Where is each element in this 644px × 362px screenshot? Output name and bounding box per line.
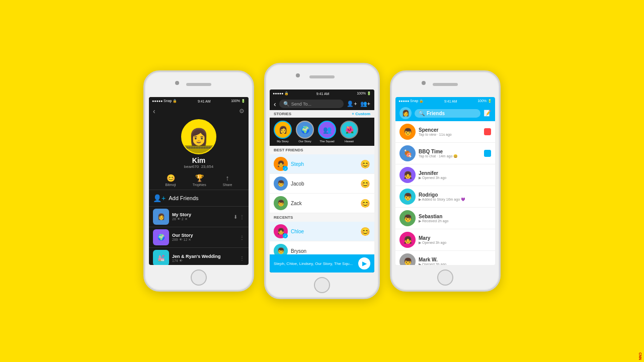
bitmoji-action[interactable]: 😊 Bitmoji: [166, 174, 176, 187]
my-story-avatar: 👩: [274, 121, 292, 139]
my-story-thumb: 👩: [153, 209, 169, 225]
chloe-check: ✓: [283, 233, 288, 238]
status-right-1: 100% 🔋: [231, 99, 246, 103]
send-button[interactable]: ▶: [358, 257, 370, 269]
send-bar: Steph, Chloe, Lindsey, Our Story, The Sq…: [270, 254, 374, 273]
rodrigo-row[interactable]: 👦 Rodrigo ▶ Added to Story 16m ago 💜: [395, 186, 495, 208]
chloe-emoji: 😊: [360, 227, 370, 236]
status-bar-2: ●●●●● 🔒 9:41 AM 100% 🔋: [270, 89, 374, 98]
status-left-2: ●●●●● 🔒: [273, 92, 289, 96]
trophies-action[interactable]: 🏆 Trophies: [193, 174, 206, 187]
phone-2: ●●●●● 🔒 9:41 AM 100% 🔋 ‹ 🔍 Send To... 👤+…: [264, 63, 380, 299]
rodrigo-info: Rodrigo ▶ Added to Story 16m ago 💜: [419, 192, 491, 202]
our-story-item[interactable]: 🌍 Our Story 289 👁 12 ✕ ⋮: [149, 227, 249, 248]
phone-1-camera: [175, 81, 179, 85]
bryson-name: Bryson: [291, 248, 306, 254]
our-story-avatar: 🌍: [296, 121, 314, 139]
our-story-actions: ⋮: [239, 235, 245, 240]
steph-emoji: 😊: [360, 159, 370, 169]
my-story-item[interactable]: 👩 My Story 28 👁 2 ✕ ⬇ ⋮: [149, 207, 249, 227]
our-story-meta: 289 👁 12 ✕: [172, 238, 236, 242]
wedding-story-title: Jen & Ryan's Wedding: [172, 254, 236, 259]
squad-avatar: 👥: [318, 121, 336, 139]
sebastian-row[interactable]: 👦 Sebastian ▶ Received 2h ago: [395, 208, 495, 229]
my-story-title: My Story: [172, 212, 230, 217]
profile-actions: 😊 Bitmoji 🏆 Trophies ↑ Share: [149, 171, 249, 190]
phone-2-screen: ●●●●● 🔒 9:41 AM 100% 🔋 ‹ 🔍 Send To... 👤+…: [270, 89, 374, 273]
send-to-back-icon[interactable]: ‹: [274, 100, 276, 108]
zack-emoji: 😊: [360, 199, 370, 208]
spencer-avatar: 👦: [399, 124, 416, 140]
search-icon: 🔍: [283, 101, 289, 107]
profile-avatar[interactable]: 👩 ⬛⬛⬛⬛⬛⬛⬛⬛⬛⬛⬛⬛: [181, 119, 216, 154]
wedding-story-meta: 174 👁: [172, 259, 236, 262]
hawaii-label: Hawaii: [345, 140, 354, 143]
phone-3-bottom: [391, 265, 499, 290]
rodrigo-meta: ▶ Added to Story 16m ago 💜: [419, 198, 491, 202]
chloe-row[interactable]: 👧 ✓ Chloe 😊: [270, 222, 374, 241]
jennifer-row[interactable]: 👧 Jennifer ▶ Opened 3h ago: [395, 164, 495, 186]
wedding-story-actions: ⋮: [239, 255, 245, 261]
phone-3-notch: [391, 72, 499, 97]
send-to-search[interactable]: 🔍 Send To...: [279, 100, 344, 108]
gear-icon[interactable]: ⚙: [239, 108, 245, 115]
phone-3-camera: [422, 81, 426, 85]
spencer-badge: [484, 128, 491, 135]
our-story-title: Our Story: [172, 233, 236, 238]
mary-info: Mary ▶ Opened 3h ago: [419, 235, 491, 245]
story-my-story[interactable]: 👩 My Story: [274, 121, 292, 143]
status-left-3: ●●●●● Snap 🔒: [398, 99, 424, 103]
markw-row[interactable]: 👦 Mark W. ▶ Opened 3h ago: [395, 251, 495, 265]
phone-1-screen: ●●●●● Snap 🔒 9:41 AM 100% 🔋 ‹ ⚙ 👩 ⬛⬛⬛⬛⬛⬛…: [149, 97, 249, 265]
story-the-squad[interactable]: 👥 The Squad: [318, 121, 336, 143]
send-to-placeholder: Send To...: [291, 102, 311, 107]
my-story-meta: 28 👁 2 ✕: [172, 217, 230, 221]
phone-3-speaker: [433, 83, 458, 86]
bryson-row[interactable]: 👦 Bryson: [270, 241, 374, 254]
friends-list: 👦 Spencer Tap to view · 11s ago 🍖 BBQ Ti…: [395, 121, 495, 265]
add-group-icon[interactable]: 👥+: [360, 101, 370, 107]
home-button-3[interactable]: [437, 269, 453, 286]
our-story-info: Our Story 289 👁 12 ✕: [172, 233, 236, 242]
home-button-1[interactable]: [191, 269, 207, 286]
trophies-label: Trophies: [193, 183, 206, 187]
phone-3-screen: ●●●●● Snap 🔒 9:41 AM 100% 🔋 👩 🔍 Friends …: [395, 97, 495, 265]
best-friends-section: BEST FRIENDS 👧 ✓ Steph 😊 👦 Jacob 😊: [270, 146, 374, 254]
zack-name: Zack: [291, 201, 302, 206]
add-friends-row[interactable]: 👤+ Add Friends: [149, 190, 249, 207]
jacob-row[interactable]: 👦 Jacob 😊: [270, 174, 374, 194]
story-our-story[interactable]: 🌍 Our Story: [296, 121, 314, 143]
markw-avatar: 👦: [399, 253, 416, 265]
home-button-2[interactable]: [314, 277, 330, 293]
mary-row[interactable]: 👧 Mary ▶ Opened 3h ago: [395, 229, 495, 251]
profile-screen: ●●●●● Snap 🔒 9:41 AM 100% 🔋 ‹ ⚙ 👩 ⬛⬛⬛⬛⬛⬛…: [149, 97, 249, 265]
steph-avatar-wrap: 👧 ✓: [274, 157, 288, 171]
our-story-label: Our Story: [298, 140, 311, 143]
steph-name: Steph: [291, 161, 304, 167]
back-arrow-icon[interactable]: ‹: [153, 107, 155, 115]
friends-search-bar[interactable]: 🔍 Friends: [415, 109, 480, 118]
phone-1-notch: [145, 72, 253, 97]
status-right-2: 100% 🔋: [357, 92, 371, 96]
add-friend-icon[interactable]: 👤+: [347, 101, 357, 107]
bbqtime-row[interactable]: 🍖 BBQ Time Tap to chat · 14m ago 😀: [395, 143, 495, 164]
jacob-avatar: 👦: [274, 176, 288, 191]
story-hawaii[interactable]: 🌺 Hawaii: [340, 121, 358, 143]
friends-search-icon: 🔍: [419, 111, 425, 116]
status-left-1: ●●●●● Snap 🔒: [152, 99, 177, 103]
bryson-avatar: 👦: [274, 244, 288, 254]
spencer-row[interactable]: 👦 Spencer Tap to view · 11s ago: [395, 121, 495, 143]
share-action[interactable]: ↑ Share: [223, 174, 232, 187]
friends-screen: ●●●●● Snap 🔒 9:41 AM 100% 🔋 👩 🔍 Friends …: [395, 97, 495, 265]
steph-row[interactable]: 👧 ✓ Steph 😊: [270, 154, 374, 174]
zack-row[interactable]: 👦 Zack 😊: [270, 194, 374, 213]
phone-2-speaker: [309, 75, 335, 78]
rodrigo-avatar: 👦: [399, 189, 416, 205]
custom-label[interactable]: + Custom: [352, 112, 370, 116]
send-to-header: ‹ 🔍 Send To... 👤+ 👥+: [270, 98, 374, 110]
status-bar-3: ●●●●● Snap 🔒 9:41 AM 100% 🔋: [395, 97, 495, 105]
status-bar-1: ●●●●● Snap 🔒 9:41 AM 100% 🔋: [149, 97, 249, 105]
send-to-screen: ●●●●● 🔒 9:41 AM 100% 🔋 ‹ 🔍 Send To... 👤+…: [270, 89, 374, 273]
new-chat-icon[interactable]: 📝: [484, 110, 491, 117]
wedding-story-item[interactable]: 💒 Jen & Ryan's Wedding 174 👁 ⋮: [149, 248, 249, 265]
